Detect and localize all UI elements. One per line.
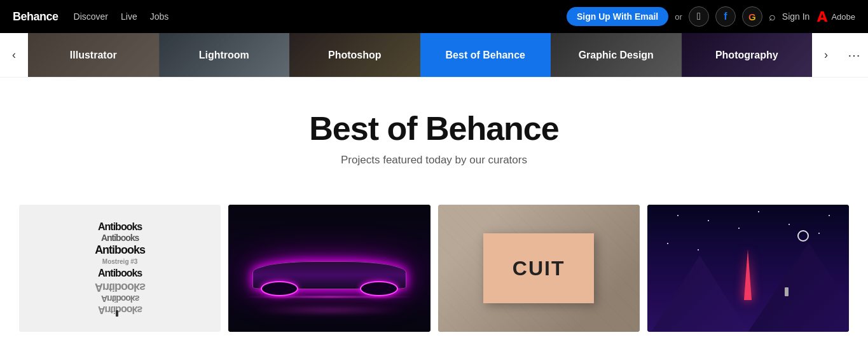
- tab-illustrator[interactable]: Illustrator: [28, 33, 159, 77]
- signin-link[interactable]: Sign In: [782, 11, 810, 22]
- hero-subtitle: Projects featured today by our curators: [13, 154, 855, 167]
- category-bar: ‹ Illustrator Lightroom Photoshop Best o…: [0, 33, 868, 78]
- tab-lightroom[interactable]: Lightroom: [159, 33, 290, 77]
- cat-more-button[interactable]: ⋯: [840, 33, 868, 77]
- cuit-label: CUIT: [513, 257, 565, 280]
- header-right: Sign Up With Email or  f G ⌕ Sign In Ad…: [567, 6, 855, 27]
- adobe-icon: [816, 10, 829, 23]
- signup-button[interactable]: Sign Up With Email: [567, 7, 668, 26]
- tab-graphic-design[interactable]: Graphic Design: [551, 33, 682, 77]
- or-text: or: [675, 12, 682, 22]
- nav-live[interactable]: Live: [121, 11, 137, 22]
- hero-section: Best of Behance Projects featured today …: [0, 78, 868, 186]
- cat-prev-button[interactable]: ‹: [0, 33, 28, 77]
- category-tabs: Illustrator Lightroom Photoshop Best of …: [28, 33, 812, 77]
- projects-grid: Antibooks Antibooks Antibooks Mostreig #…: [0, 186, 868, 332]
- search-button[interactable]: ⌕: [769, 10, 776, 24]
- project-card-car[interactable]: [228, 205, 430, 332]
- project-card-cuit[interactable]: CUIT: [438, 205, 640, 332]
- tab-photography[interactable]: Photography: [682, 33, 813, 77]
- main-nav: Discover Live Jobs: [74, 11, 551, 22]
- google-icon: G: [748, 11, 756, 22]
- project-card-space[interactable]: [647, 205, 849, 332]
- google-login-button[interactable]: G: [742, 6, 762, 27]
- nav-jobs[interactable]: Jobs: [150, 11, 169, 22]
- apple-icon: : [697, 11, 701, 22]
- header: Behance Discover Live Jobs Sign Up With …: [0, 0, 868, 33]
- cat-next-button[interactable]: ›: [812, 33, 840, 77]
- adobe-brand: Adobe: [816, 10, 855, 23]
- project-card-antibooks[interactable]: Antibooks Antibooks Antibooks Mostreig #…: [19, 205, 221, 332]
- facebook-login-button[interactable]: f: [715, 6, 736, 27]
- adobe-text: Adobe: [831, 12, 855, 22]
- apple-login-button[interactable]: : [689, 6, 709, 27]
- facebook-icon: f: [724, 11, 727, 22]
- nav-discover[interactable]: Discover: [74, 11, 108, 22]
- hero-title: Best of Behance: [13, 109, 855, 147]
- logo[interactable]: Behance: [13, 10, 59, 24]
- space-figure: [785, 287, 789, 296]
- tab-photoshop[interactable]: Photoshop: [289, 33, 420, 77]
- space-moon: [797, 230, 809, 242]
- tab-best-of-behance[interactable]: Best of Behance: [420, 33, 551, 77]
